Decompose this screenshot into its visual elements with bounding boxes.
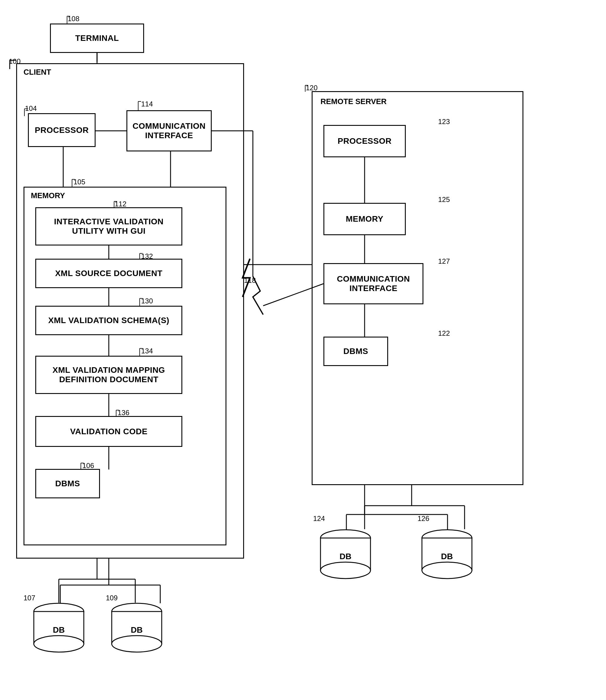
svg-text:DB: DB	[131, 625, 143, 634]
svg-text:DB: DB	[441, 552, 453, 561]
ref-108: 108	[68, 15, 79, 23]
ref-124: 124	[313, 514, 325, 523]
client-db2-cylinder: DB	[107, 603, 166, 656]
client-dbms-box: DBMS	[35, 469, 100, 498]
ref-106: 106	[82, 462, 94, 470]
svg-point-25	[34, 636, 84, 652]
client-processor-box: PROCESSOR	[28, 113, 96, 147]
xml-validation-mapping-box: XML VALIDATION MAPPING DEFINITION DOCUME…	[35, 356, 182, 394]
ref-123: 123	[438, 118, 450, 126]
ref-125: 125	[438, 195, 450, 204]
xml-validation-schema-box: XML VALIDATION SCHEMA(S)	[35, 306, 182, 335]
ref-127: 127	[438, 257, 450, 265]
diagram-container: 108 TERMINAL 100 CLIENT 104 PROCESSOR 11…	[0, 0, 606, 700]
interactive-validation-box: INTERACTIVE VALIDATION UTILITY WITH GUI	[35, 207, 182, 246]
svg-point-33	[321, 562, 371, 579]
server-db2-cylinder: DB	[418, 529, 476, 582]
terminal-box: TERMINAL	[50, 24, 144, 53]
ref-120: 120	[306, 84, 318, 92]
xml-source-box: XML SOURCE DOCUMENT	[35, 259, 182, 288]
validation-code-box: VALIDATION CODE	[35, 416, 182, 447]
server-memory-box: MEMORY	[323, 203, 406, 235]
svg-text:DB: DB	[340, 552, 351, 561]
ref-134: 134	[141, 347, 153, 355]
ref-112: 112	[115, 200, 126, 208]
client-db1-cylinder: DB	[29, 603, 88, 656]
ref-104: 104	[25, 104, 37, 113]
ref-107: 107	[24, 594, 35, 602]
client-label: CLIENT	[24, 68, 51, 77]
ref-105: 105	[73, 178, 85, 186]
memory-label: MEMORY	[31, 191, 65, 200]
svg-text:DB: DB	[53, 625, 65, 634]
server-comm-interface-box: COMMUNICATION INTERFACE	[323, 263, 423, 304]
ref-130: 130	[141, 297, 153, 305]
network-lightning	[235, 256, 265, 300]
svg-point-37	[422, 562, 472, 579]
remote-server-label: REMOTE SERVER	[321, 97, 387, 106]
ref-109: 109	[106, 594, 118, 602]
ref-122: 122	[438, 329, 450, 337]
ref-126: 126	[418, 514, 429, 523]
server-db1-cylinder: DB	[316, 529, 375, 582]
ref-136: 136	[118, 409, 130, 417]
ref-114: 114	[141, 100, 153, 108]
client-comm-interface-box: COMMUNICATION INTERFACE	[126, 110, 212, 151]
server-processor-box: PROCESSOR	[323, 125, 406, 157]
svg-point-29	[112, 636, 162, 652]
server-dbms-box: DBMS	[323, 336, 388, 366]
